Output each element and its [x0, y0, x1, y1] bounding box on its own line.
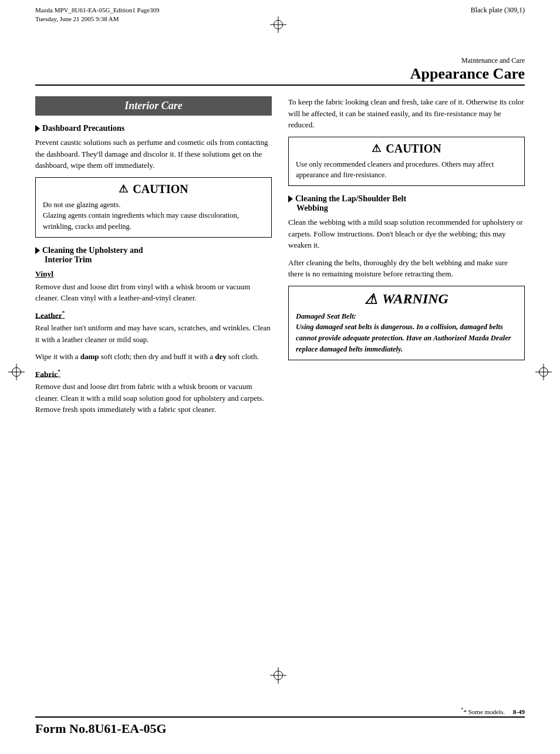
left-column: Interior Care Dashboard Precautions Prev… — [35, 96, 272, 684]
vinyl-heading: Vinyl — [35, 269, 272, 279]
fabric-label: Fabric — [35, 369, 58, 378]
lap-shoulder-line2: Webbing — [295, 204, 328, 212]
warning-title: ⚠ WARNING — [296, 291, 517, 307]
fabric-asterisk: * — [58, 368, 60, 374]
page-title: Maintenance and Care Appearance Care — [35, 56, 525, 86]
upholstery-heading-line1: Cleaning the Upholstery and — [42, 246, 143, 255]
caution-body-1: Do not use glazing agents. Glazing agent… — [43, 200, 264, 232]
bullet-triangle-3 — [288, 195, 293, 202]
warning-triangle-icon: ⚠ — [365, 291, 377, 307]
right-column: To keep the fabric looking clean and fre… — [288, 96, 525, 684]
caution-triangle-icon-2: ⚠ — [372, 142, 381, 155]
upholstery-heading: Cleaning the Upholstery and Interior Tri… — [35, 246, 272, 265]
caution-label-2: CAUTION — [386, 142, 441, 155]
lap-shoulder-body1: Clean the webbing with a mild soap solut… — [288, 217, 525, 251]
warning-box: ⚠ WARNING Damaged Seat Belt: Using damag… — [288, 286, 525, 360]
dashboard-body: Prevent caustic solutions such as perfum… — [35, 137, 272, 171]
leather-body-2: Wipe it with a damp soft cloth; then dry… — [35, 351, 272, 363]
two-column-layout: Interior Care Dashboard Precautions Prev… — [35, 96, 525, 684]
page-footer: ** Some models. 8-49 Form No.8U61-EA-05G — [35, 706, 525, 736]
footer-footnote: ** Some models. 8-49 — [35, 706, 525, 715]
plate-info: Black plate (309,1) — [471, 6, 525, 15]
leather-body: Real leather isn't uniform and may have … — [35, 322, 272, 345]
warning-label: WARNING — [382, 291, 448, 307]
content-area: Maintenance and Care Appearance Care Int… — [35, 56, 525, 684]
bullet-triangle-2 — [35, 247, 40, 254]
header-meta-line1: Mazda MPV_8U61-EA-05G_Edition1 Page309 — [35, 6, 525, 15]
crop-mark-left — [8, 364, 25, 380]
header-meta: Mazda MPV_8U61-EA-05G_Edition1 Page309 T… — [35, 6, 525, 24]
caution-title-2: ⚠ CAUTION — [296, 142, 517, 155]
dashboard-heading: Dashboard Precautions — [35, 124, 272, 133]
right-intro-text: To keep the fabric looking clean and fre… — [288, 96, 525, 131]
caution-label-1: CAUTION — [133, 182, 188, 196]
caution-box-2: ⚠ CAUTION Use only recommended cleaners … — [288, 137, 525, 187]
lap-shoulder-body2: After cleaning the belts, thoroughly dry… — [288, 257, 525, 280]
leather-asterisk: * — [62, 310, 65, 316]
fabric-heading: Fabric* — [35, 368, 272, 379]
upholstery-heading-text: Cleaning the Upholstery and Interior Tri… — [42, 246, 143, 265]
lap-shoulder-heading: Cleaning the Lap/Shoulder Belt Webbing — [288, 194, 525, 213]
upholstery-heading-line2: Interior Trim — [42, 255, 92, 264]
caution-triangle-icon-1: ⚠ — [119, 182, 128, 195]
header-meta-line2: Tuesday, June 21 2005 9:38 AM — [35, 15, 525, 23]
page-subtitle: Maintenance and Care — [461, 56, 525, 65]
lap-shoulder-line1: Cleaning the Lap/Shoulder Belt — [295, 194, 406, 203]
leather-label: Leather — [35, 310, 62, 319]
dashboard-heading-text: Dashboard Precautions — [42, 124, 124, 133]
warning-body: Damaged Seat Belt: Using damaged seat be… — [296, 311, 517, 355]
vinyl-body: Remove dust and loose dirt from vinyl wi… — [35, 281, 272, 304]
leather-heading: Leather* — [35, 310, 272, 320]
fabric-body: Remove dust and loose dirt from fabric w… — [35, 381, 272, 415]
caution-body-2: Use only recommended cleaners and proced… — [296, 159, 517, 181]
section-title-box: Interior Care — [35, 96, 272, 116]
caution-box-1: ⚠ CAUTION Do not use glazing agents. Gla… — [35, 177, 272, 238]
page: Mazda MPV_8U61-EA-05G_Edition1 Page309 T… — [0, 0, 560, 754]
crop-mark-right — [535, 364, 552, 380]
footnote-text: * Some models. — [463, 708, 505, 715]
page-main-title: Appearance Care — [35, 65, 525, 86]
lap-shoulder-heading-text: Cleaning the Lap/Shoulder Belt Webbing — [295, 194, 406, 213]
bullet-triangle — [35, 125, 40, 132]
caution-title-1: ⚠ CAUTION — [43, 182, 264, 196]
form-number: Form No.8U61-EA-05G — [35, 716, 525, 736]
page-number: 8-49 — [513, 708, 525, 715]
warning-subtitle: Damaged Seat Belt: — [296, 312, 356, 320]
page-header: Mazda MPV_8U61-EA-05G_Edition1 Page309 T… — [35, 6, 525, 24]
warning-main-body: Using damaged seat belts is dangerous. I… — [296, 323, 511, 353]
